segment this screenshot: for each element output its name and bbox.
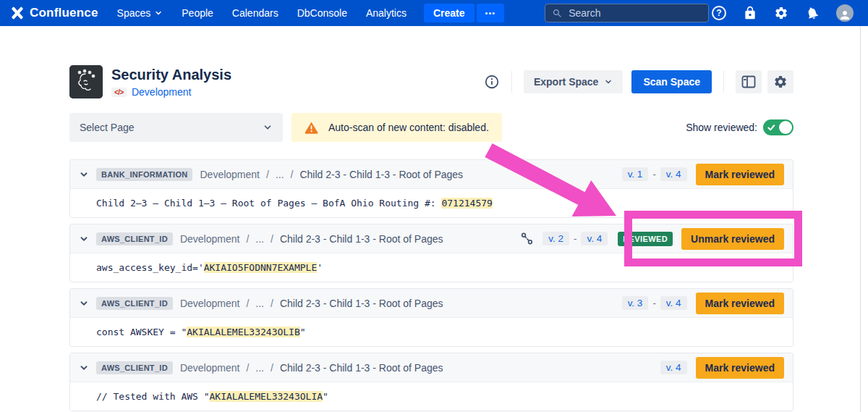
show-reviewed-toggle[interactable] [763,119,793,135]
breadcrumb-separator: / [246,362,249,374]
finding-card: AWS_CLIENT_ID Development / ... / Child … [69,224,793,282]
chevron-down-icon[interactable] [79,169,89,180]
breadcrumb-space[interactable]: Development [180,233,240,245]
code-before: aws_access_key_id=' [96,262,204,273]
autoscan-warning-banner: Auto-scan of new content: disabled. [292,113,502,142]
space-avatar [69,65,103,98]
finding-code-line: const AWSKEY = "AKIALALEMEL33243OLIB" [70,318,793,346]
breadcrumb-space[interactable]: Development [180,362,240,374]
breadcrumb-separator: / [271,298,273,309]
check-icon [767,123,776,133]
scan-space-button[interactable]: Scan Space [631,70,712,93]
nav-item-people[interactable]: People [182,7,213,19]
create-button[interactable]: Create [424,4,475,22]
review-action-button[interactable]: Mark reviewed [696,164,785,185]
breadcrumb-separator: / [246,233,249,245]
breadcrumb-space[interactable]: Development [200,169,260,180]
version-to-link[interactable]: v. 4 [581,232,608,245]
gear-icon[interactable] [774,6,788,20]
version-to-link[interactable]: v. 4 [660,167,687,181]
search-icon [552,8,563,19]
person-icon [838,9,851,22]
breadcrumb-ellipsis[interactable]: ... [276,169,284,180]
code-after: " [323,391,328,402]
code-before: Child 2–3 – Child 1–3 – Root of Pages – … [96,198,441,209]
divider [511,71,512,93]
finding-card: BANK_INFORMATION Development / ... / Chi… [69,159,793,218]
confluence-logo[interactable]: Confluence [10,6,98,20]
nav-item-analytics[interactable]: Analytics [366,7,407,19]
nav-item-spaces[interactable]: Spaces [117,7,163,19]
breadcrumb-page[interactable]: Child 2-3 - Child 1-3 - Root of Pages [280,298,443,309]
version-dash: - [652,169,655,180]
breadcrumb-separator: / [271,233,273,245]
review-action-button[interactable]: Mark reviewed [696,357,785,379]
chevron-down-icon[interactable] [79,363,89,373]
finding-header: BANK_INFORMATION Development / ... / Chi… [70,160,793,189]
bell-icon[interactable] [803,4,821,22]
version-to-link[interactable]: v. 4 [660,296,687,310]
breadcrumb-page[interactable]: Child 2-3 - Child 1-3 - Root of Pages [299,169,463,180]
version-from-link[interactable]: v. 3 [622,296,649,310]
finding-card: AWS_CLIENT_ID Development / ... / Child … [69,353,793,411]
nav-item-label: Spaces [117,7,151,19]
breadcrumb-separator: / [291,169,294,180]
code-highlight: AKIAIO5FODNN7EXAMPLE [204,262,318,273]
breadcrumb-separator: / [271,362,273,374]
version-from-link[interactable]: v. 1 [622,167,649,181]
code-highlight: AKIALALEMEL33243OLIB [187,327,300,337]
info-icon [484,74,500,90]
warning-text: Auto-scan of new content: disabled. [328,122,489,133]
divider [723,71,724,93]
window-edge [860,26,861,412]
space-settings-button[interactable] [767,70,793,93]
brand-name[interactable]: Confluence [30,6,98,20]
warning-icon [305,121,318,134]
finding-type-badge: AWS_CLIENT_ID [96,361,173,374]
breadcrumb-page[interactable]: Child 2-3 - Child 1-3 - Root of Pages [280,362,443,374]
code-before: // Tested with AWS " [96,391,210,402]
finding-type-badge: AWS_CLIENT_ID [96,232,173,245]
help-icon[interactable]: ? [712,6,726,20]
more-button[interactable]: ••• [477,4,505,22]
lock-icon[interactable] [743,6,757,20]
finding-breadcrumb: Development / ... / Child 2-3 - Child 1-… [180,233,443,245]
code-after: ' [317,262,323,273]
nav-item-calendars[interactable]: Calendars [232,7,278,19]
chevron-down-icon[interactable] [79,298,89,308]
breadcrumb-page[interactable]: Child 2-3 - Child 1-3 - Root of Pages [280,233,443,245]
chevron-down-icon [263,122,273,133]
version-to-link[interactable]: v. 4 [660,361,687,374]
finding-breadcrumb: Development / ... / Child 2-3 - Child 1-… [200,169,463,180]
top-navbar: Confluence Spaces People Calendars DbCon… [0,0,868,26]
breadcrumb-ellipsis[interactable]: ... [255,233,264,245]
review-action-button[interactable]: Mark reviewed [696,293,785,314]
code-after: " [300,327,306,337]
info-button[interactable] [484,74,500,90]
space-link-development[interactable]: Development [132,86,192,98]
avatar[interactable] [836,4,854,22]
search-input[interactable] [569,7,702,19]
page-title: Security Analysis [111,66,231,83]
gear-icon [773,75,788,89]
breadcrumb-space[interactable]: Development [180,298,240,309]
code-before: const AWSKEY = " [96,327,187,337]
finding-card: AWS_CLIENT_ID Development / ... / Child … [69,288,793,347]
nav-item-dbconsole[interactable]: DbConsole [297,7,347,19]
version-dash: - [574,233,576,244]
export-space-button[interactable]: Export Space [524,70,623,93]
finding-type-badge: AWS_CLIENT_ID [96,297,173,310]
finding-code-line: // Tested with AWS "AKIALALEMEL33243OLIA… [70,382,793,411]
sidebar-layout-button[interactable] [736,70,762,93]
finding-header: AWS_CLIENT_ID Development / ... / Child … [70,353,793,382]
select-page-dropdown[interactable]: Select Page [69,113,283,142]
chevron-down-icon[interactable] [79,234,89,244]
reviewed-badge: REVIEWED [618,232,673,246]
breadcrumb-ellipsis[interactable]: ... [255,298,264,309]
code-highlight: 071214579 [441,198,492,209]
diff-icon[interactable] [520,232,534,245]
review-action-button[interactable]: Unmark reviewed [681,228,784,250]
version-from-link[interactable]: v. 2 [542,232,569,245]
breadcrumb-ellipsis[interactable]: ... [255,362,264,374]
search-box[interactable] [545,4,709,22]
